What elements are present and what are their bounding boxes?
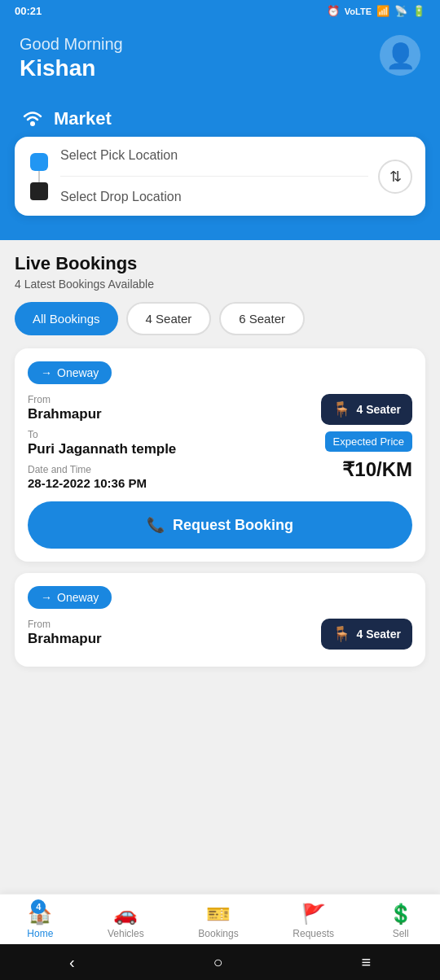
back-button[interactable]: ‹ xyxy=(69,953,75,972)
pick-dot xyxy=(30,153,48,171)
seater-label-2: 4 Seater xyxy=(357,628,401,641)
sell-icon: 💲 xyxy=(389,903,413,925)
to-label-1: To xyxy=(28,429,298,440)
main-content: Live Bookings 4 Latest Bookings Availabl… xyxy=(0,240,440,764)
menu-button[interactable]: ≡ xyxy=(361,953,371,972)
drop-dot xyxy=(30,182,48,200)
arrow-right-icon-2: → xyxy=(41,591,52,604)
location-picker: Select Pick Location Select Drop Locatio… xyxy=(15,137,425,216)
seater-label-1: 4 Seater xyxy=(357,403,401,416)
chip-4-seater[interactable]: 4 Seater xyxy=(126,302,212,335)
avatar-icon: 👤 xyxy=(385,42,416,70)
oneway-badge-2: → Oneway xyxy=(28,586,112,609)
seat-icon-2: 🪑 xyxy=(332,625,350,643)
filter-chips: All Bookings 4 Seater 6 Seater xyxy=(15,302,425,335)
status-icons: ⏰ VoLTE 📶 📡 🔋 xyxy=(327,5,425,17)
request-booking-button-1[interactable]: 📞 Request Booking xyxy=(28,501,412,549)
to-value-1: Puri Jagannath temple xyxy=(28,441,298,457)
nav-sell-label: Sell xyxy=(393,928,409,939)
date-value-1: 28-12-2022 10:36 PM xyxy=(28,476,298,490)
seater-badge-1: 🪑 4 Seater xyxy=(321,394,412,425)
drop-location-field[interactable]: Select Drop Location xyxy=(60,190,368,204)
swap-button[interactable]: ⇅ xyxy=(378,160,412,194)
section-subtitle: 4 Latest Bookings Available xyxy=(15,278,425,291)
nav-sell[interactable]: 💲 Sell xyxy=(389,903,413,939)
from-value-1: Brahmapur xyxy=(28,406,298,422)
market-label: Market xyxy=(54,108,112,129)
nav-requests-label: Requests xyxy=(293,928,334,939)
greeting-text: Good Morning xyxy=(20,35,123,54)
home-button[interactable]: ○ xyxy=(213,953,222,972)
dot-line xyxy=(38,171,40,182)
phone-icon: 📞 xyxy=(147,516,165,534)
avatar[interactable]: 👤 xyxy=(380,35,420,76)
battery-icon: 🔋 xyxy=(412,5,425,17)
bookings-icon: 🎫 xyxy=(206,903,231,925)
status-bar: 00:21 ⏰ VoLTE 📶 📡 🔋 xyxy=(0,0,440,22)
chip-all-bookings[interactable]: All Bookings xyxy=(15,302,118,335)
section-title: Live Bookings xyxy=(15,253,425,274)
system-nav: ‹ ○ ≡ xyxy=(0,944,440,980)
card-right-1: 🪑 4 Seater Expected Price ₹10/KM xyxy=(298,394,412,481)
location-divider xyxy=(60,176,368,177)
nav-vehicles-label: Vehicles xyxy=(108,928,144,939)
bottom-nav: 4 🏠 Home 🚗 Vehicles 🎫 Bookings 🚩 Request… xyxy=(0,894,440,944)
card-body-1: From Brahmapur To Puri Jagannath temple … xyxy=(28,394,412,490)
from-value-2: Brahmapur xyxy=(28,631,298,647)
nav-home[interactable]: 4 🏠 Home xyxy=(27,903,53,939)
location-icons xyxy=(28,153,51,200)
oneway-badge-1: → Oneway xyxy=(28,361,112,384)
vehicles-icon: 🚗 xyxy=(113,903,138,925)
expected-badge-1: Expected Price xyxy=(325,431,412,452)
card-body-2: From Brahmapur 🪑 4 Seater xyxy=(28,619,412,654)
signal-icon: 📡 xyxy=(394,5,407,17)
oneway-label-2: Oneway xyxy=(57,591,99,604)
seat-icon-1: 🪑 xyxy=(332,400,350,418)
from-label-1: From xyxy=(28,394,298,405)
seater-badge-2: 🪑 4 Seater xyxy=(321,619,412,650)
booking-card-2: → Oneway From Brahmapur 🪑 4 Seater xyxy=(15,573,425,667)
nav-bookings[interactable]: 🎫 Bookings xyxy=(198,903,238,939)
arrow-right-icon: → xyxy=(41,366,52,379)
alarm-icon: ⏰ xyxy=(327,5,340,17)
lte-icon: VoLTE xyxy=(345,7,372,16)
pick-location-field[interactable]: Select Pick Location xyxy=(60,148,368,163)
booking-card-1: → Oneway From Brahmapur To Puri Jagannat… xyxy=(15,348,425,562)
chip-6-seater[interactable]: 6 Seater xyxy=(219,302,305,335)
nav-vehicles[interactable]: 🚗 Vehicles xyxy=(108,903,144,939)
card-info-1: From Brahmapur To Puri Jagannath temple … xyxy=(28,394,298,490)
from-label-2: From xyxy=(28,619,298,630)
location-fields: Select Pick Location Select Drop Locatio… xyxy=(60,148,368,204)
price-1: ₹10/KM xyxy=(342,458,412,481)
status-time: 00:21 xyxy=(15,5,42,17)
market-wifi-icon xyxy=(20,106,46,132)
svg-point-0 xyxy=(30,121,35,126)
user-name: Kishan xyxy=(20,55,123,81)
card-info-2: From Brahmapur xyxy=(28,619,298,654)
requests-icon: 🚩 xyxy=(301,903,326,925)
wifi-icon: 📶 xyxy=(376,5,389,17)
date-label-1: Date and Time xyxy=(28,464,298,475)
nav-bookings-label: Bookings xyxy=(198,928,238,939)
nav-requests[interactable]: 🚩 Requests xyxy=(293,903,334,939)
nav-home-label: Home xyxy=(27,928,53,939)
card-right-2: 🪑 4 Seater xyxy=(298,619,412,650)
oneway-label-1: Oneway xyxy=(57,366,99,379)
header: Good Morning Kishan 👤 xyxy=(0,22,440,106)
